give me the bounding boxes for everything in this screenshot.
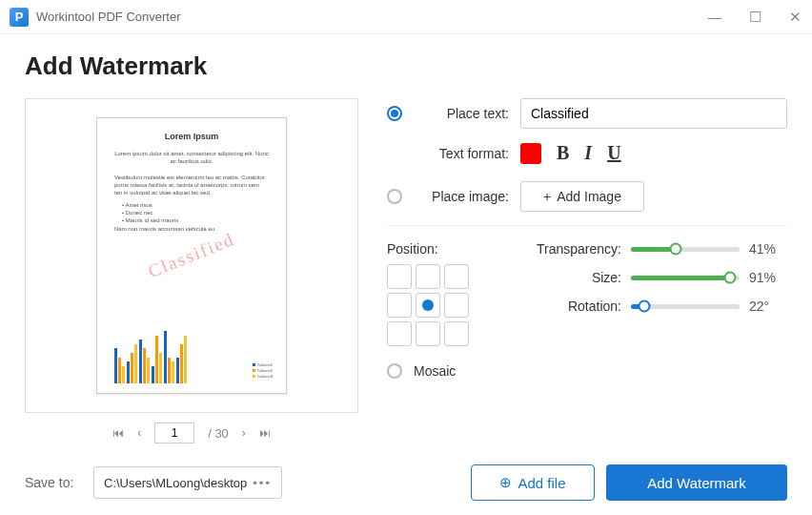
transparency-slider[interactable] bbox=[631, 247, 740, 252]
size-value: 91% bbox=[749, 270, 787, 285]
add-file-icon: ⊕ bbox=[499, 474, 512, 491]
mosaic-label: Mosaic bbox=[414, 363, 456, 379]
save-path-input[interactable]: C:\Users\MLoong\desktop ••• bbox=[93, 466, 282, 499]
app-title: Workintool PDF Converter bbox=[36, 10, 180, 24]
pager-first-icon[interactable]: ⏮ bbox=[112, 426, 124, 440]
bold-button[interactable]: B bbox=[557, 142, 569, 164]
rotation-label: Rotation: bbox=[507, 299, 621, 314]
rotation-value: 22° bbox=[749, 299, 787, 314]
position-cell-1[interactable] bbox=[416, 264, 440, 289]
doc-title: Lorem Ipsum bbox=[114, 132, 269, 141]
position-cell-5[interactable] bbox=[444, 293, 469, 318]
place-text-label: Place text: bbox=[414, 106, 509, 121]
position-cell-8[interactable] bbox=[444, 321, 469, 346]
position-cell-0[interactable] bbox=[387, 264, 412, 289]
place-image-label: Place image: bbox=[414, 189, 509, 204]
size-label: Size: bbox=[507, 270, 621, 285]
position-cell-7[interactable] bbox=[416, 321, 440, 346]
position-cell-2[interactable] bbox=[444, 264, 469, 289]
underline-button[interactable]: U bbox=[607, 142, 620, 164]
position-grid bbox=[387, 264, 469, 346]
add-file-button[interactable]: ⊕ Add file bbox=[471, 464, 595, 501]
doc-chart bbox=[114, 331, 269, 383]
pager-prev-icon[interactable]: ‹ bbox=[137, 426, 141, 440]
document-preview: Lorem Ipsum Lorem ipsum dolor sit amet, … bbox=[96, 117, 287, 394]
position-cell-3[interactable] bbox=[387, 293, 412, 318]
preview-panel: Lorem Ipsum Lorem ipsum dolor sit amet, … bbox=[25, 98, 358, 413]
place-text-input[interactable] bbox=[520, 98, 787, 129]
transparency-value: 41% bbox=[749, 241, 787, 257]
pager: ⏮ ‹ / 30 › ⏭ bbox=[25, 422, 358, 443]
pager-total: / 30 bbox=[208, 426, 229, 441]
save-to-label: Save to: bbox=[25, 475, 82, 490]
mosaic-radio[interactable] bbox=[387, 363, 402, 379]
pager-last-icon[interactable]: ⏭ bbox=[259, 426, 271, 440]
position-label: Position: bbox=[387, 241, 469, 257]
maximize-button[interactable]: ☐ bbox=[747, 10, 762, 25]
add-watermark-button[interactable]: Add Watermark bbox=[606, 464, 787, 501]
plus-icon: + bbox=[543, 189, 551, 204]
pager-current-input[interactable] bbox=[154, 422, 194, 443]
minimize-button[interactable]: — bbox=[707, 10, 722, 25]
browse-icon[interactable]: ••• bbox=[253, 476, 272, 490]
app-logo: P bbox=[10, 8, 29, 27]
transparency-label: Transparency: bbox=[507, 241, 621, 257]
doc-subtitle: Lorem ipsum dolor sit amet, consectetur … bbox=[114, 151, 269, 166]
doc-legend: Column1Column2Column3 bbox=[253, 362, 273, 380]
place-text-radio[interactable] bbox=[387, 106, 402, 121]
add-image-button[interactable]: + Add Image bbox=[520, 181, 644, 212]
watermark-overlay: Classified bbox=[145, 229, 237, 282]
close-button[interactable]: ✕ bbox=[787, 10, 802, 25]
place-image-radio[interactable] bbox=[387, 189, 402, 204]
color-swatch[interactable] bbox=[520, 143, 541, 164]
titlebar: P Workintool PDF Converter — ☐ ✕ bbox=[0, 0, 812, 34]
page-title: Add Watermark bbox=[25, 52, 787, 81]
rotation-slider[interactable] bbox=[631, 304, 740, 309]
position-cell-4[interactable] bbox=[416, 293, 440, 318]
divider bbox=[387, 225, 787, 226]
position-cell-6[interactable] bbox=[387, 321, 412, 346]
italic-button[interactable]: I bbox=[584, 142, 592, 164]
text-format-label: Text format: bbox=[414, 146, 509, 161]
pager-next-icon[interactable]: › bbox=[242, 426, 246, 440]
size-slider[interactable] bbox=[631, 276, 740, 280]
